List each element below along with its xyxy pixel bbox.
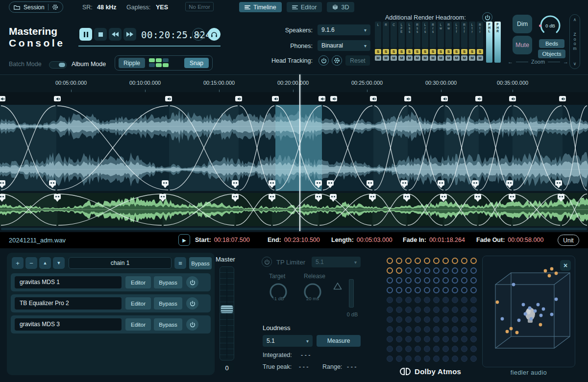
album-marker[interactable] bbox=[369, 194, 376, 199]
mute-button[interactable]: M bbox=[445, 55, 452, 61]
stop-button[interactable] bbox=[94, 28, 107, 41]
solo-button[interactable]: S bbox=[445, 49, 452, 54]
clip-end-field[interactable]: End:00:23:10.500 bbox=[268, 237, 320, 243]
snap-button[interactable]: Snap bbox=[184, 58, 209, 68]
remove-plugin-button[interactable]: − bbox=[25, 257, 37, 269]
section-marker[interactable] bbox=[318, 96, 325, 101]
solo-button[interactable]: S bbox=[477, 49, 483, 54]
session-settings-gear-icon[interactable] bbox=[52, 4, 58, 10]
mute-button[interactable]: M bbox=[461, 55, 467, 61]
album-marker[interactable] bbox=[558, 194, 564, 199]
album-marker[interactable] bbox=[315, 194, 322, 199]
solo-button[interactable]: S bbox=[398, 49, 405, 54]
master-fader-handle[interactable] bbox=[221, 306, 233, 313]
unit-toggle-button[interactable]: Unit bbox=[558, 235, 579, 246]
mute-button[interactable]: M bbox=[414, 55, 420, 61]
pause-button[interactable] bbox=[79, 28, 92, 41]
loop-button[interactable]: ∞ bbox=[192, 28, 205, 41]
album-marker[interactable] bbox=[440, 194, 447, 199]
album-marker[interactable] bbox=[509, 194, 515, 199]
loudness-measure-button[interactable]: Measure bbox=[317, 335, 361, 347]
limiter-target-knob[interactable]: -1 dB bbox=[268, 281, 289, 303]
tab-3d[interactable]: 3D bbox=[327, 2, 354, 12]
dim-button[interactable]: Dim bbox=[513, 15, 532, 33]
add-plugin-button[interactable]: + bbox=[12, 257, 24, 269]
objects-button[interactable]: Objects bbox=[538, 49, 565, 58]
section-marker[interactable] bbox=[441, 96, 448, 101]
solo-button[interactable]: S bbox=[375, 49, 381, 54]
solo-button[interactable]: S bbox=[391, 49, 397, 54]
section-marker[interactable] bbox=[475, 96, 482, 101]
render-headroom-power-button[interactable] bbox=[482, 12, 492, 23]
clip-marker[interactable] bbox=[506, 180, 513, 186]
clip-play-button[interactable]: ▶ bbox=[178, 234, 190, 246]
section-marker[interactable] bbox=[54, 96, 61, 101]
3d-room-scene[interactable] bbox=[483, 256, 575, 361]
section-marker[interactable] bbox=[509, 96, 516, 101]
album-marker[interactable] bbox=[403, 194, 410, 199]
plugin-editor-button[interactable]: Editor bbox=[125, 318, 151, 331]
solo-button[interactable]: S bbox=[414, 49, 420, 54]
batch-album-toggle[interactable] bbox=[49, 61, 67, 69]
loudness-mode-dropdown[interactable]: 5.1▾ bbox=[263, 335, 313, 347]
head-tracking-settings-button[interactable] bbox=[332, 55, 342, 66]
section-marker[interactable] bbox=[559, 96, 566, 101]
move-up-button[interactable]: ▲ bbox=[39, 257, 51, 269]
solo-button[interactable]: S bbox=[469, 49, 475, 54]
beds-button[interactable]: Beds bbox=[539, 39, 564, 48]
monitor-headphones-button[interactable] bbox=[208, 28, 220, 41]
solo-button[interactable]: S bbox=[438, 49, 444, 54]
limiter-release-knob[interactable]: 20 ms bbox=[302, 281, 323, 303]
plugin-name[interactable]: gravitas MDS 3 bbox=[15, 318, 122, 331]
album-track-waveform[interactable] bbox=[0, 193, 588, 226]
mute-button[interactable]: M bbox=[430, 55, 436, 61]
clip-fade-in-field[interactable]: Fade In:00:01:18.264 bbox=[403, 237, 465, 243]
plugin-bypass-button[interactable]: Bypass bbox=[154, 276, 182, 288]
section-marker[interactable] bbox=[404, 96, 411, 101]
clip-marker[interactable] bbox=[438, 180, 444, 186]
monitor-mute-button[interactable]: Mute bbox=[513, 36, 532, 54]
section-marker[interactable] bbox=[272, 96, 279, 101]
plugin-power-button[interactable] bbox=[186, 276, 198, 288]
mute-button[interactable]: M bbox=[391, 55, 397, 61]
ripple-button[interactable]: Ripple bbox=[119, 58, 145, 68]
album-marker[interactable] bbox=[474, 194, 481, 199]
solo-button[interactable]: S bbox=[406, 49, 413, 54]
rewind-button[interactable] bbox=[109, 28, 122, 41]
clip-fade-out-field[interactable]: Fade Out:00:00:58.000 bbox=[476, 237, 543, 243]
plugin-bypass-button[interactable]: Bypass bbox=[154, 297, 182, 310]
album-marker[interactable] bbox=[232, 194, 239, 199]
mute-button[interactable]: M bbox=[375, 55, 381, 61]
album-marker[interactable] bbox=[54, 194, 61, 199]
clip-marker[interactable] bbox=[367, 180, 373, 186]
clip-marker[interactable] bbox=[162, 180, 169, 186]
limiter-power-button[interactable] bbox=[262, 257, 272, 267]
clip-start-field[interactable]: Start:00:18:07.500 bbox=[195, 237, 250, 243]
master-fader-value[interactable]: 0 bbox=[220, 362, 234, 373]
mute-button[interactable]: M bbox=[398, 55, 405, 61]
tab-timeline[interactable]: Timeline bbox=[239, 2, 282, 12]
master-fader-track[interactable] bbox=[220, 266, 234, 360]
vertical-zoom-control[interactable]: ∧ Zoom ∨ bbox=[569, 14, 580, 69]
session-button[interactable]: Session bbox=[24, 4, 45, 11]
album-marker[interactable] bbox=[159, 194, 166, 199]
plugin-power-button[interactable] bbox=[186, 318, 198, 331]
tab-editor[interactable]: Editor bbox=[287, 2, 322, 12]
mute-button[interactable]: M bbox=[422, 55, 428, 61]
solo-button[interactable]: S bbox=[453, 49, 460, 54]
move-down-button[interactable]: ▼ bbox=[53, 257, 65, 269]
forward-button[interactable] bbox=[123, 28, 136, 41]
crossfade-shape-selector[interactable] bbox=[149, 58, 169, 67]
plugin-name[interactable]: gravitas MDS 1 bbox=[15, 276, 122, 288]
plugin-name[interactable]: TB Equalizer Pro 2 bbox=[15, 297, 122, 310]
close-3d-viewer-button[interactable]: × bbox=[560, 260, 571, 271]
plugin-power-button[interactable] bbox=[186, 297, 198, 310]
phones-dropdown[interactable]: Binaural▾ bbox=[318, 40, 370, 51]
clip-marker[interactable] bbox=[232, 180, 239, 186]
clip-marker[interactable] bbox=[269, 180, 275, 186]
album-marker[interactable] bbox=[0, 194, 5, 199]
clip-marker[interactable] bbox=[0, 180, 5, 186]
main-waveform[interactable] bbox=[0, 105, 588, 191]
section-marker[interactable] bbox=[330, 96, 337, 101]
section-marker[interactable] bbox=[165, 96, 172, 101]
